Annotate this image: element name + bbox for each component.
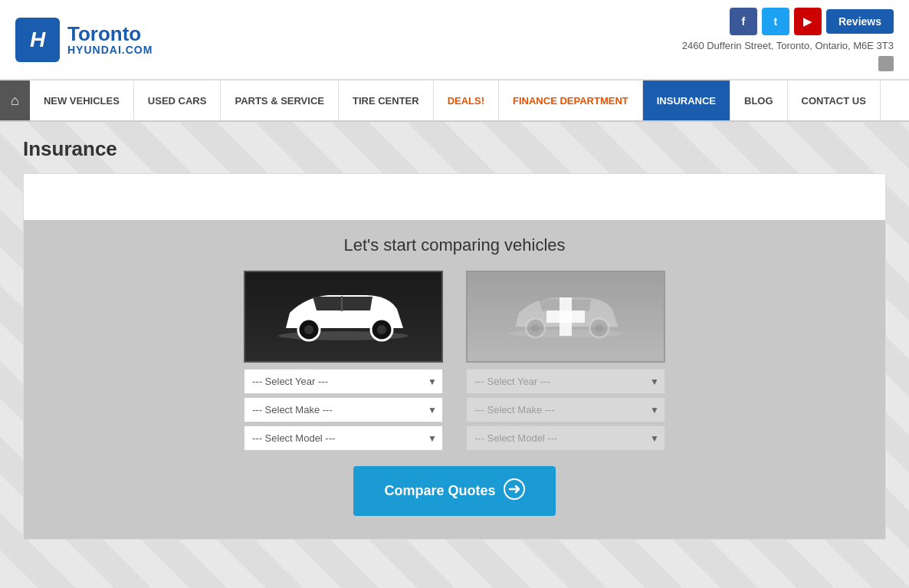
nav-item-tire-center[interactable]: TIRE CENTER xyxy=(339,80,434,120)
main-content: Insurance Let's start comparing vehicles xyxy=(0,122,909,555)
vehicle-1-selects: --- Select Year --- ▼ --- Select Make --… xyxy=(244,369,443,451)
compare-button-label: Compare Quotes xyxy=(384,483,495,499)
youtube-button[interactable]: ▶ xyxy=(794,8,822,35)
comparing-title: Let's start comparing vehicles xyxy=(47,235,862,255)
logo-h-letter: H xyxy=(30,28,45,52)
select-year-wrapper-1: --- Select Year --- ▼ xyxy=(244,369,443,394)
select-make-2[interactable]: --- Select Make --- xyxy=(466,397,665,422)
vehicle-2-selects: --- Select Year --- ▼ --- Select Make --… xyxy=(466,369,665,451)
widget-gray-area: Let's start comparing vehicles xyxy=(24,220,885,539)
select-model-2[interactable]: --- Select Model --- xyxy=(466,425,665,451)
plus-vertical xyxy=(560,297,572,336)
twitter-button[interactable]: t xyxy=(762,8,789,35)
nav-item-insurance[interactable]: INSURANCE xyxy=(643,80,730,120)
compare-arrows-icon xyxy=(504,478,525,504)
nav-item-deals[interactable]: DEALS! xyxy=(434,80,499,120)
compare-row: Compare Quotes xyxy=(47,466,862,516)
vehicles-row: --- Select Year --- ▼ --- Select Make --… xyxy=(47,271,862,451)
widget-white-bar xyxy=(24,174,885,220)
reviews-button[interactable]: Reviews xyxy=(826,9,894,34)
svg-point-3 xyxy=(304,325,313,334)
address-text: 2460 Dufferin Street, Toronto, Ontario, … xyxy=(682,40,894,51)
logo-text: Toronto HYUNDAI.COM xyxy=(67,24,153,56)
select-make-wrapper-2: --- Select Make --- ▼ xyxy=(466,397,665,422)
select-model-wrapper-2: --- Select Model --- ▼ xyxy=(466,425,665,451)
insurance-widget: Let's start comparing vehicles xyxy=(23,173,886,540)
select-make-wrapper-1: --- Select Make --- ▼ xyxy=(244,397,443,422)
nav-home-button[interactable]: ⌂ xyxy=(0,80,30,120)
select-year-2[interactable]: --- Select Year --- xyxy=(466,369,665,394)
select-year-wrapper-2: --- Select Year --- ▼ xyxy=(466,369,665,394)
vehicle-card-2: --- Select Year --- ▼ --- Select Make --… xyxy=(466,271,665,451)
nav-item-contact[interactable]: CONTACT US xyxy=(788,80,881,120)
select-make-1[interactable]: --- Select Make --- xyxy=(244,397,443,422)
nav-item-blog[interactable]: BLOG xyxy=(730,80,788,120)
car-image-dark xyxy=(244,271,443,363)
logo-toronto: Toronto xyxy=(67,24,153,44)
nav-item-new-vehicles[interactable]: NEW VEHICLES xyxy=(30,80,134,120)
car-image-gray xyxy=(466,271,665,363)
compare-quotes-button[interactable]: Compare Quotes xyxy=(353,466,555,516)
logo-area: H Toronto HYUNDAI.COM xyxy=(15,18,153,62)
svg-point-9 xyxy=(531,324,540,333)
select-model-wrapper-1: --- Select Model --- ▼ xyxy=(244,425,443,451)
nav-item-finance[interactable]: FINANCE DEPARTMENT xyxy=(499,80,643,120)
page-title: Insurance xyxy=(23,137,886,161)
navbar: ⌂ NEW VEHICLES USED CARS PARTS & SERVICE… xyxy=(0,80,909,122)
home-icon: ⌂ xyxy=(11,93,19,109)
select-year-1[interactable]: --- Select Year --- xyxy=(244,369,443,394)
svg-point-11 xyxy=(596,324,604,333)
car-silhouette-1 xyxy=(267,286,420,347)
select-model-1[interactable]: --- Select Model --- xyxy=(244,425,443,451)
social-row: f t ▶ Reviews xyxy=(730,8,894,35)
plus-overlay xyxy=(546,297,585,336)
print-icon[interactable] xyxy=(878,56,894,71)
logo-box: H xyxy=(15,18,60,62)
facebook-button[interactable]: f xyxy=(730,8,757,35)
header: H Toronto HYUNDAI.COM f t ▶ Reviews 2460… xyxy=(0,0,909,80)
nav-item-parts-service[interactable]: PARTS & SERVICE xyxy=(221,80,339,120)
svg-point-5 xyxy=(377,325,386,334)
logo-hyundai: HYUNDAI.COM xyxy=(67,44,153,56)
vehicle-card-1: --- Select Year --- ▼ --- Select Make --… xyxy=(244,271,443,451)
header-right: f t ▶ Reviews 2460 Dufferin Street, Toro… xyxy=(682,8,894,71)
nav-item-used-cars[interactable]: USED CARS xyxy=(134,80,222,120)
